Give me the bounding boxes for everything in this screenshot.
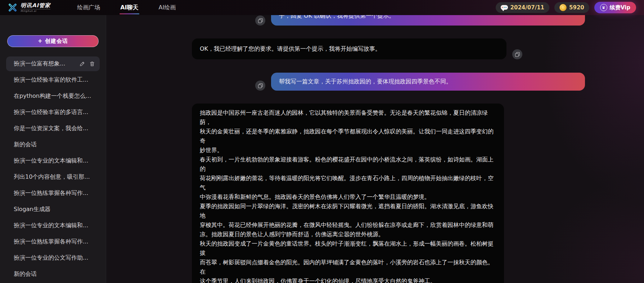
vip-label: 续费Vip bbox=[610, 4, 630, 11]
message-row-assistant-article: 拙政园是中国苏州一座古老而迷人的园林，它以其独特的美景而备受赞誉。无论是春天的繁… bbox=[192, 104, 585, 283]
conversation-label: 扮演一位专业的文本编辑和... bbox=[14, 222, 95, 229]
nav-ai-chat[interactable]: AI聊天 bbox=[120, 3, 139, 13]
app-subtitle: MingXun.ai bbox=[21, 9, 50, 13]
copy-message-button[interactable] bbox=[255, 81, 265, 91]
top-header: 明讯AI管家 MingXun.ai 绘画广场 AI聊天 AI绘画 2024/07… bbox=[0, 0, 644, 15]
sidebar-conversation-item[interactable]: 扮演一位经验丰富的多语言... bbox=[6, 105, 100, 120]
coin-icon bbox=[559, 4, 567, 11]
conversation-sidebar: + 创建会话 扮演一位富有想象...扮演一位经验丰富的软件工...在python… bbox=[0, 15, 106, 283]
coin-count: 5920 bbox=[569, 4, 584, 11]
conversation-label: 列出10个内容创意，吸引那... bbox=[14, 173, 95, 181]
conversation-label: 扮演一位专业的公文写作助... bbox=[14, 254, 95, 262]
renew-vip-button[interactable]: ♛ 续费Vip bbox=[594, 2, 636, 13]
sidebar-conversation-item[interactable]: 扮演一位专业的公文写作助... bbox=[6, 251, 100, 265]
delete-icon[interactable] bbox=[90, 61, 95, 67]
conversation-label: 新的会话 bbox=[14, 141, 95, 149]
message-row-assistant: OK，我已经理解了您的要求。请提供第一个提示，我将开始编写故事。 bbox=[192, 38, 585, 59]
sidebar-conversation-item[interactable]: 在python构建一个栈要怎么... bbox=[6, 89, 100, 104]
message-row-user-clipped: 子，回复 OK 以确认，我将提供第一个提示。 bbox=[192, 15, 585, 26]
conversation-label: 扮演一位经验丰富的软件工... bbox=[14, 76, 95, 84]
sidebar-conversation-item[interactable]: 扮演一位经验丰富的软件工... bbox=[6, 73, 100, 87]
nav-ai-draw[interactable]: AI绘画 bbox=[158, 3, 177, 13]
copy-message-button[interactable] bbox=[512, 49, 522, 59]
app-title: 明讯AI管家 bbox=[21, 3, 50, 8]
crown-icon: ♛ bbox=[600, 4, 607, 11]
sidebar-conversation-item[interactable]: 新的会话 bbox=[6, 137, 100, 152]
chat-area: 子，回复 OK 以确认，我将提供第一个提示。 OK，我已经理解了您的要求。请提供… bbox=[106, 15, 644, 283]
date-text: 2024/07/11 bbox=[510, 4, 544, 11]
date-badge[interactable]: 2024/07/11 bbox=[496, 2, 549, 13]
conversation-label: 在python构建一个栈要怎么... bbox=[14, 92, 95, 100]
copy-icon bbox=[515, 52, 520, 57]
sidebar-conversation-item[interactable]: 扮演一位专业的文本编辑和... bbox=[6, 154, 100, 168]
conversation-label: 扮演一位经验丰富的多语言... bbox=[14, 109, 95, 116]
coin-badge[interactable]: 5920 bbox=[554, 2, 589, 13]
create-session-button[interactable]: + 创建会话 bbox=[7, 35, 99, 47]
conversation-label: 扮演一位熟练掌握各种写作... bbox=[14, 190, 95, 197]
sidebar-conversation-item[interactable]: 新的会话 bbox=[6, 267, 100, 282]
assistant-message-bubble: OK，我已经理解了您的要求。请提供第一个提示，我将开始编写故事。 bbox=[192, 38, 506, 59]
sidebar-conversation-item[interactable]: 扮演一位熟练掌握各种写作... bbox=[6, 234, 100, 249]
copy-icon bbox=[258, 18, 263, 23]
sidebar-conversation-item[interactable]: 列出10个内容创意，吸引那... bbox=[6, 170, 100, 184]
sidebar-conversation-item[interactable]: 扮演一位熟练掌握各种写作... bbox=[6, 186, 100, 201]
app-logo: 明讯AI管家 MingXun.ai bbox=[8, 3, 50, 13]
user-message-bubble: 帮我写一篇文章，关于苏州拙政园的，要体现拙政园四季景色不同。 bbox=[271, 73, 585, 91]
conversation-label: 扮演一位专业的文本编辑和... bbox=[14, 157, 95, 165]
assistant-article-bubble: 拙政园是中国苏州一座古老而迷人的园林，它以其独特的美景而备受赞誉。无论是春天的繁… bbox=[192, 104, 504, 283]
sidebar-conversation-item[interactable]: 扮演一位专业的文本编辑和... bbox=[6, 218, 100, 233]
chat-bubble-icon bbox=[501, 5, 508, 10]
message-row-user: 帮我写一篇文章，关于苏州拙政园的，要体现拙政园四季景色不同。 bbox=[192, 73, 585, 91]
conversation-label: 新的会话 bbox=[14, 270, 95, 278]
conversation-label: Slogan生成器 bbox=[14, 206, 95, 213]
sidebar-conversation-item[interactable]: 你是一位资深文案，我会给... bbox=[6, 121, 100, 136]
copy-icon bbox=[258, 83, 263, 88]
sidebar-conversation-item[interactable]: 扮演一位富有想象... bbox=[6, 56, 100, 71]
nav-draw-plaza[interactable]: 绘画广场 bbox=[76, 3, 101, 13]
edit-icon[interactable] bbox=[80, 61, 85, 67]
conversation-label: 扮演一位熟练掌握各种写作... bbox=[14, 238, 95, 246]
conversation-list: 扮演一位富有想象...扮演一位经验丰富的软件工...在python构建一个栈要怎… bbox=[0, 56, 106, 283]
user-message-bubble: 子，回复 OK 以确认，我将提供第一个提示。 bbox=[271, 15, 585, 26]
main-nav: 绘画广场 AI聊天 AI绘画 bbox=[76, 3, 176, 13]
conversation-label: 你是一位资深文案，我会给... bbox=[14, 125, 95, 132]
logo-x-icon bbox=[8, 3, 17, 12]
sidebar-conversation-item[interactable]: Slogan生成器 bbox=[6, 202, 100, 217]
conversation-label: 扮演一位富有想象... bbox=[14, 60, 77, 68]
copy-message-button[interactable] bbox=[255, 15, 265, 26]
